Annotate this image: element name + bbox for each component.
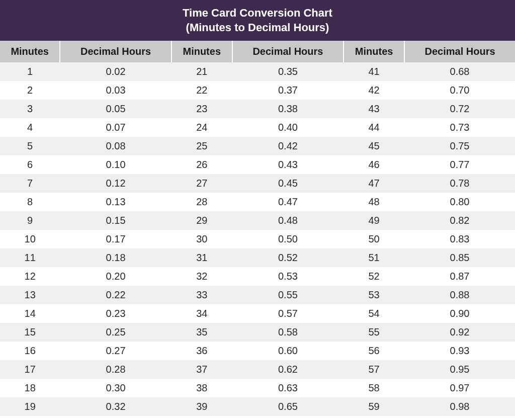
table-cell: 42 — [344, 81, 404, 100]
table-row: 100.17300.50500.83 — [0, 230, 515, 248]
conversion-table: Time Card Conversion Chart (Minutes to D… — [0, 0, 515, 420]
table-row: 150.25350.58550.92 — [0, 323, 515, 342]
table-cell: 49 — [344, 211, 404, 230]
table-cell: 38 — [171, 379, 232, 397]
table-cell: 0.78 — [404, 174, 515, 193]
table-cell: 0.13 — [60, 193, 171, 211]
table-cell: 0.35 — [232, 62, 344, 81]
table-cell: 0.52 — [232, 248, 344, 267]
table-cell: 0.53 — [232, 267, 344, 286]
table-cell: 0.57 — [232, 304, 344, 323]
table-cell: 0.25 — [60, 323, 171, 342]
table-cell: 9 — [0, 211, 60, 230]
table-cell: 56 — [344, 342, 404, 360]
table-cell: 0.33 — [60, 416, 171, 420]
table-cell: 0.70 — [404, 81, 515, 100]
table-cell: 0.10 — [60, 155, 171, 174]
table-cell: 44 — [344, 118, 404, 137]
table-cell: 1 — [0, 62, 60, 81]
table-cell: 29 — [171, 211, 232, 230]
table-cell: 0.32 — [60, 397, 171, 416]
table-cell: 0.93 — [404, 342, 515, 360]
table-cell: 35 — [171, 323, 232, 342]
table-cell: 0.42 — [232, 137, 344, 155]
table-cell: 0.75 — [404, 137, 515, 155]
table-cell: 33 — [171, 286, 232, 304]
table-row: 190.32390.65590.98 — [0, 397, 515, 416]
table-cell: 23 — [171, 100, 232, 118]
table-cell: 0.98 — [404, 397, 515, 416]
table-cell: 54 — [344, 304, 404, 323]
table-cell: 0.07 — [60, 118, 171, 137]
table-cell: 25 — [171, 137, 232, 155]
table-cell: 34 — [171, 304, 232, 323]
table-cell: 0.73 — [404, 118, 515, 137]
table-row: 160.27360.60560.93 — [0, 342, 515, 360]
table-cell: 0.27 — [60, 342, 171, 360]
table-cell: 0.55 — [232, 286, 344, 304]
table-cell: 39 — [171, 397, 232, 416]
table-cell: 0.37 — [232, 81, 344, 100]
table-row: 110.18310.52510.85 — [0, 248, 515, 267]
table-cell: 28 — [171, 193, 232, 211]
table-cell: 48 — [344, 193, 404, 211]
table-cell: 3 — [0, 100, 60, 118]
table-cell: 31 — [171, 248, 232, 267]
table-cell: 4 — [0, 118, 60, 137]
table-cell: 18 — [0, 379, 60, 397]
table-cell: 47 — [344, 174, 404, 193]
table-cell: 52 — [344, 267, 404, 286]
table-row: 10.02210.35410.68 — [0, 62, 515, 81]
title-line-1: Time Card Conversion Chart — [183, 7, 332, 19]
table-cell: 26 — [171, 155, 232, 174]
table-cell: 1.00 — [404, 416, 515, 420]
table-cell: 0.72 — [404, 100, 515, 118]
table-cell: 45 — [344, 137, 404, 155]
table-cell: 40 — [171, 416, 232, 420]
table-cell: 0.38 — [232, 100, 344, 118]
table-cell: 0.67 — [232, 416, 344, 420]
table-cell: 60 — [344, 416, 404, 420]
table-cell: 0.03 — [60, 81, 171, 100]
table-cell: 0.92 — [404, 323, 515, 342]
table-cell: 0.17 — [60, 230, 171, 248]
header-minutes-3: Minutes — [344, 41, 404, 62]
table-cell: 43 — [344, 100, 404, 118]
table-cell: 37 — [171, 360, 232, 379]
table-cell: 0.15 — [60, 211, 171, 230]
table-row: 170.28370.62570.95 — [0, 360, 515, 379]
table-cell: 2 — [0, 81, 60, 100]
table-row: 80.13280.47480.80 — [0, 193, 515, 211]
table-cell: 20 — [0, 416, 60, 420]
table-cell: 53 — [344, 286, 404, 304]
table-cell: 0.77 — [404, 155, 515, 174]
table-cell: 19 — [0, 397, 60, 416]
table-row: 180.30380.63580.97 — [0, 379, 515, 397]
table-header-row: Minutes Decimal Hours Minutes Decimal Ho… — [0, 41, 515, 62]
table-cell: 22 — [171, 81, 232, 100]
table-cell: 0.82 — [404, 211, 515, 230]
table-cell: 30 — [171, 230, 232, 248]
table-cell: 27 — [171, 174, 232, 193]
table-cell: 7 — [0, 174, 60, 193]
table-cell: 0.60 — [232, 342, 344, 360]
table-cell: 0.47 — [232, 193, 344, 211]
table-row: 40.07240.40440.73 — [0, 118, 515, 137]
table-cell: 0.87 — [404, 267, 515, 286]
header-decimal-1: Decimal Hours — [60, 41, 171, 62]
table-cell: 36 — [171, 342, 232, 360]
table-cell: 59 — [344, 397, 404, 416]
table-cell: 0.85 — [404, 248, 515, 267]
table-row: 70.12270.45470.78 — [0, 174, 515, 193]
header-minutes-1: Minutes — [0, 41, 60, 62]
header-decimal-2: Decimal Hours — [232, 41, 344, 62]
table-row: 120.20320.53520.87 — [0, 267, 515, 286]
table-cell: 17 — [0, 360, 60, 379]
table-cell: 13 — [0, 286, 60, 304]
title-line-2: (Minutes to Decimal Hours) — [186, 21, 329, 34]
table-cell: 0.65 — [232, 397, 344, 416]
table-row: 140.23340.57540.90 — [0, 304, 515, 323]
table-cell: 0.23 — [60, 304, 171, 323]
table-cell: 0.20 — [60, 267, 171, 286]
table-cell: 0.88 — [404, 286, 515, 304]
